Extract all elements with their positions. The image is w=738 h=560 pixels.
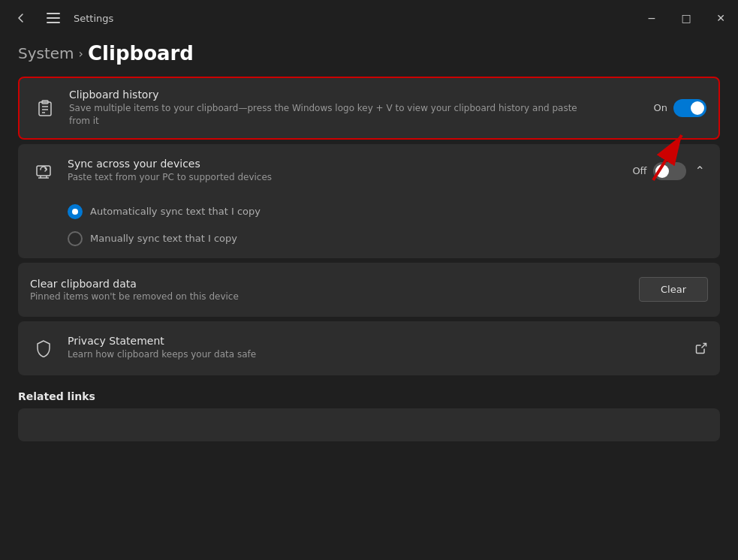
- clipboard-history-desc: Save multiple items to your clipboard—pr…: [69, 102, 580, 128]
- clear-clipboard-text: Clear clipboard data Pinned items won't …: [30, 278, 628, 302]
- window-controls: − □ ✕: [634, 0, 738, 36]
- sync-devices-text: Sync across your devices Paste text from…: [68, 158, 622, 184]
- privacy-text: Privacy Statement Learn how clipboard ke…: [68, 335, 684, 361]
- clear-clipboard-section: Clear clipboard data Pinned items won't …: [18, 263, 720, 317]
- breadcrumb-chevron: ›: [79, 47, 83, 61]
- clipboard-history-card: Clipboard history Save multiple items to…: [18, 77, 720, 140]
- clipboard-history-row: Clipboard history Save multiple items to…: [20, 78, 718, 138]
- clipboard-history-control: On: [654, 99, 706, 117]
- sync-toggle[interactable]: [653, 162, 686, 180]
- breadcrumb-current: Clipboard: [88, 42, 194, 65]
- sync-devices-title: Sync across your devices: [68, 158, 622, 170]
- manual-sync-label: Manually sync text that I copy: [90, 233, 237, 244]
- sync-chevron-up[interactable]: ⌃: [692, 161, 708, 181]
- auto-sync-radio[interactable]: [68, 204, 83, 219]
- clear-clipboard-title: Clear clipboard data: [30, 278, 628, 290]
- main-content: Clipboard history Save multiple items to…: [0, 77, 738, 378]
- auto-sync-option[interactable]: Automatically sync text that I copy: [68, 204, 708, 219]
- sync-sub-options: Automatically sync text that I copy Manu…: [18, 198, 720, 258]
- sync-toggle-label: Off: [632, 165, 646, 176]
- clear-clipboard-card: Clear clipboard data Pinned items won't …: [18, 263, 720, 317]
- privacy-title: Privacy Statement: [68, 335, 684, 347]
- manual-sync-radio[interactable]: [68, 231, 83, 246]
- title-bar-left: Settings: [9, 6, 113, 30]
- manual-sync-option[interactable]: Manually sync text that I copy: [68, 231, 708, 246]
- related-link-card: [18, 408, 720, 441]
- sync-devices-control: Off ⌃: [632, 161, 708, 181]
- hamburger-menu[interactable]: [42, 8, 65, 28]
- window-title: Settings: [74, 13, 113, 24]
- clipboard-history-toggle-label: On: [654, 102, 667, 113]
- privacy-statement-card: Privacy Statement Learn how clipboard ke…: [18, 321, 720, 375]
- clipboard-history-text: Clipboard history Save multiple items to…: [69, 89, 643, 128]
- privacy-icon: [30, 335, 57, 362]
- breadcrumb-parent[interactable]: System: [18, 44, 74, 62]
- back-button[interactable]: [9, 6, 33, 30]
- sync-devices-card: Sync across your devices Paste text from…: [18, 144, 720, 258]
- related-links-title: Related links: [18, 390, 720, 402]
- sync-icon: [30, 158, 57, 185]
- clear-button[interactable]: Clear: [639, 277, 708, 302]
- clipboard-history-toggle[interactable]: [673, 99, 706, 117]
- clear-clipboard-desc: Pinned items won't be removed on this de…: [30, 291, 628, 302]
- auto-sync-label: Automatically sync text that I copy: [90, 206, 261, 217]
- related-links-section: Related links: [0, 378, 738, 441]
- privacy-desc: Learn how clipboard keeps your data safe: [68, 348, 578, 361]
- svg-rect-5: [37, 166, 50, 176]
- sync-devices-desc: Paste text from your PC to supported dev…: [68, 171, 578, 184]
- clipboard-history-title: Clipboard history: [69, 89, 643, 101]
- minimize-button[interactable]: −: [634, 0, 669, 36]
- breadcrumb: System › Clipboard: [0, 36, 738, 77]
- sync-devices-row: Sync across your devices Paste text from…: [18, 144, 720, 198]
- privacy-row: Privacy Statement Learn how clipboard ke…: [18, 321, 720, 375]
- close-button[interactable]: ✕: [703, 0, 738, 36]
- svg-line-9: [702, 343, 706, 348]
- maximize-button[interactable]: □: [669, 0, 703, 36]
- clipboard-history-icon: [32, 95, 59, 122]
- title-bar: Settings − □ ✕: [0, 0, 738, 36]
- external-link-icon[interactable]: [694, 342, 708, 355]
